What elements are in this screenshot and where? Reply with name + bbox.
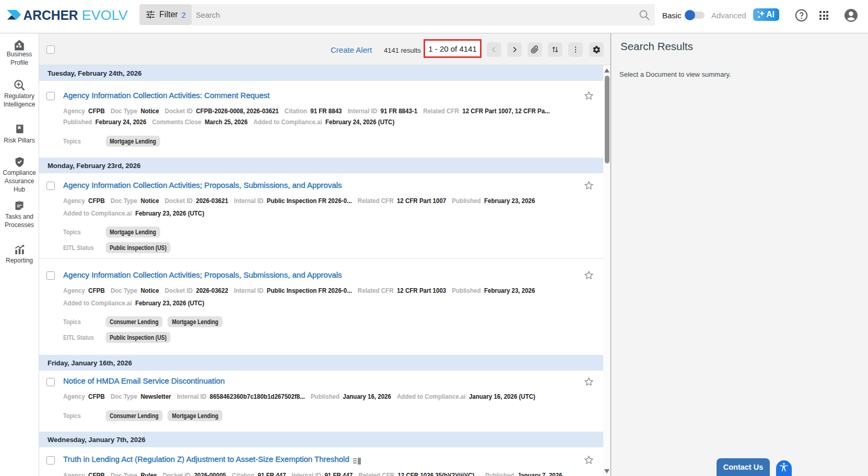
svg-text:ARCHER: ARCHER (24, 7, 78, 23)
svg-text:EVOLV: EVOLV (82, 8, 128, 22)
